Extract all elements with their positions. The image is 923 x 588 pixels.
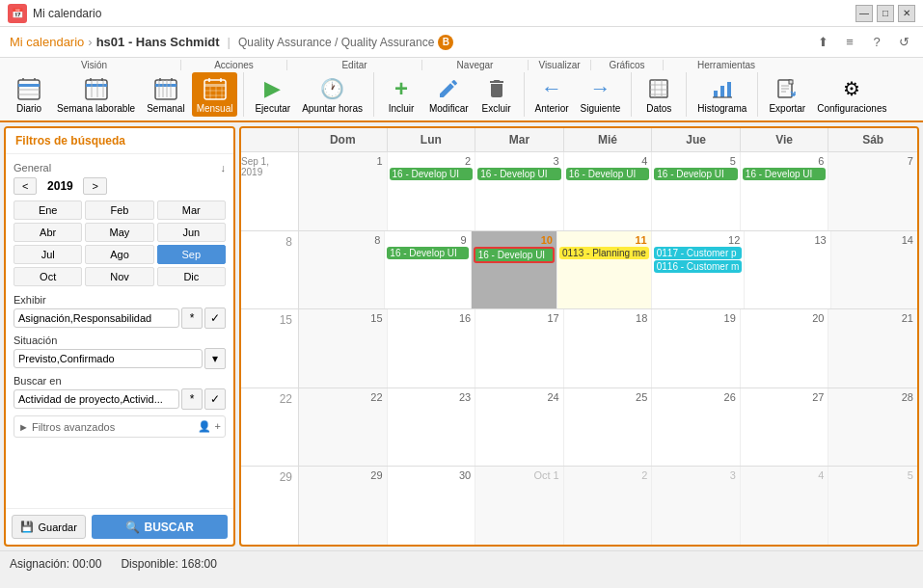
cal-day-sep12[interactable]: 12 0117 - Customer p 0116 - Customer m xyxy=(652,231,746,309)
cal-day-sep21[interactable]: 21 xyxy=(828,309,917,388)
exhibir-check-btn[interactable]: ✓ xyxy=(204,307,226,329)
cal-day-sep25[interactable]: 25 xyxy=(564,388,653,467)
month-sep[interactable]: Sep xyxy=(157,245,226,264)
event-sep10-1[interactable]: 16 - Develop UI xyxy=(474,247,555,263)
cal-day-sep20[interactable]: 20 xyxy=(741,309,829,388)
cal-day-sep24[interactable]: 24 xyxy=(475,388,564,467)
ribbon-btn-exportar[interactable]: Exportar xyxy=(764,72,810,117)
win-minimize-btn[interactable]: — xyxy=(855,5,873,22)
download-icon[interactable]: ↓ xyxy=(221,162,227,174)
ribbon-btn-semana-lab[interactable]: Semana laborable xyxy=(52,72,140,117)
cal-day-sep17[interactable]: 17 xyxy=(475,309,564,388)
win-maximize-btn[interactable]: □ xyxy=(877,5,894,22)
cal-day-oct2[interactable]: 2 xyxy=(564,467,653,545)
ribbon-btn-incluir[interactable]: + Incluir xyxy=(380,72,422,117)
ribbon-btn-modificar[interactable]: Modificar xyxy=(424,72,474,117)
collapse-icon[interactable]: ⬆ xyxy=(813,33,832,52)
help-icon[interactable]: ? xyxy=(867,33,886,52)
search-button[interactable]: 🔍 BUSCAR xyxy=(92,515,228,539)
event-sep11-1[interactable]: 0113 - Planning me xyxy=(559,247,649,259)
situacion-select[interactable]: Previsto,Confirmado xyxy=(14,349,203,368)
cal-day-sep1[interactable]: 1 xyxy=(299,152,388,230)
list-icon[interactable]: ≡ xyxy=(840,33,859,52)
month-jun[interactable]: Jun xyxy=(157,223,226,242)
cal-day-sep13[interactable]: 13 xyxy=(745,231,830,309)
event-sep12-1[interactable]: 0117 - Customer p xyxy=(654,247,743,259)
cal-day-sep18[interactable]: 18 xyxy=(564,309,653,388)
ribbon-btn-mensual[interactable]: Mensual xyxy=(192,72,238,117)
window-controls[interactable]: — □ ✕ xyxy=(855,5,915,22)
month-oct[interactable]: Oct xyxy=(14,267,82,286)
cal-day-sep10[interactable]: 10 16 - Develop UI xyxy=(472,231,557,309)
cal-day-sep30[interactable]: 30 xyxy=(388,467,476,545)
ribbon-btn-diario[interactable]: Diario xyxy=(8,72,50,117)
event-sep2-1[interactable]: 16 - Develop UI xyxy=(390,168,474,180)
prev-year-btn[interactable]: < xyxy=(14,177,37,195)
cal-day-sep5[interactable]: 5 16 - Develop UI xyxy=(652,152,741,230)
event-sep3-1[interactable]: 16 - Develop UI xyxy=(477,168,561,180)
cal-day-oct1[interactable]: Oct 1 xyxy=(475,467,564,545)
calendar-header: Dom Lun Mar Mié Jue Vie Sáb xyxy=(241,128,917,152)
buscar-en-check-btn[interactable]: ✓ xyxy=(204,388,226,410)
month-ene[interactable]: Ene xyxy=(14,200,82,220)
cal-day-oct4[interactable]: 4 xyxy=(741,467,829,545)
event-sep12-2[interactable]: 0116 - Customer m xyxy=(654,260,743,273)
ribbon-btn-configuraciones[interactable]: ⚙ Configuraciones xyxy=(812,72,891,117)
cal-day-sep22[interactable]: 22 xyxy=(299,388,388,467)
event-sep6-1[interactable]: 16 - Develop UI xyxy=(743,168,827,180)
month-dic[interactable]: Dic xyxy=(157,267,226,286)
ribbon-btn-semanal[interactable]: Semanal xyxy=(142,72,189,117)
ribbon-btn-datos[interactable]: Datos xyxy=(638,72,680,117)
cal-day-sep2[interactable]: 2 16 - Develop UI xyxy=(388,152,476,230)
cal-day-sep9[interactable]: 9 16 - Develop UI xyxy=(385,231,471,309)
ribbon-btn-histograma[interactable]: Histograma xyxy=(692,72,751,117)
cal-day-sep26[interactable]: 26 xyxy=(652,388,741,467)
exhibir-select[interactable]: Asignación,Responsabilidad xyxy=(14,308,179,328)
month-abr[interactable]: Abr xyxy=(14,223,82,242)
cal-day-sep3[interactable]: 3 16 - Develop UI xyxy=(475,152,564,230)
buscar-en-select[interactable]: Actividad de proyecto,Activid... xyxy=(14,389,179,409)
buscar-en-asterisk-btn[interactable]: * xyxy=(181,388,203,410)
cal-day-sep14[interactable]: 14 xyxy=(831,231,917,309)
situacion-chevron-btn[interactable]: ▾ xyxy=(204,348,226,369)
cal-day-sep16[interactable]: 16 xyxy=(388,309,476,388)
advanced-filter-person-icon[interactable]: 👤 xyxy=(198,420,211,433)
month-ago[interactable]: Ago xyxy=(85,245,153,264)
refresh-icon[interactable]: ↺ xyxy=(894,33,913,52)
cal-day-sep15[interactable]: 15 xyxy=(299,309,388,388)
advanced-filters[interactable]: ► Filtros avanzados 👤 + xyxy=(14,415,226,438)
exhibir-asterisk-btn[interactable]: * xyxy=(181,307,203,329)
month-jul[interactable]: Jul xyxy=(14,245,82,264)
breadcrumb: Mi calendario › hs01 - Hans Schmidt xyxy=(10,35,220,49)
month-mar[interactable]: Mar xyxy=(157,200,226,220)
cal-day-sep19[interactable]: 19 xyxy=(652,309,741,388)
month-nov[interactable]: Nov xyxy=(85,267,153,286)
event-sep5-1[interactable]: 16 - Develop UI xyxy=(654,168,738,180)
cal-day-sep27[interactable]: 27 xyxy=(741,388,829,467)
ribbon-btn-apuntar[interactable]: 🕐 Apuntar horas xyxy=(297,72,367,117)
cal-day-sep7[interactable]: 7 xyxy=(828,152,917,230)
ribbon-btn-siguiente[interactable]: → Siguiente xyxy=(576,72,626,117)
cal-day-oct5[interactable]: 5 xyxy=(828,467,917,545)
month-feb[interactable]: Feb xyxy=(85,200,153,220)
advanced-filter-add-icon[interactable]: + xyxy=(215,420,221,433)
save-button[interactable]: 💾 Guardar xyxy=(12,515,86,539)
win-close-btn[interactable]: ✕ xyxy=(898,5,915,22)
ribbon-btn-ejecutar[interactable]: ▶ Ejecutar xyxy=(250,72,295,117)
event-sep9-1[interactable]: 16 - Develop UI xyxy=(387,247,468,259)
cal-day-sep29[interactable]: 29 xyxy=(299,467,388,545)
cal-day-sep8[interactable]: 8 xyxy=(299,231,385,309)
svg-rect-7 xyxy=(86,84,107,87)
breadcrumb-parent[interactable]: Mi calendario xyxy=(10,35,84,49)
cal-day-sep4[interactable]: 4 16 - Develop UI xyxy=(564,152,653,230)
ribbon-btn-excluir[interactable]: Excluir xyxy=(475,72,518,117)
ribbon-btn-anterior[interactable]: ← Anterior xyxy=(530,72,574,117)
cal-day-sep11[interactable]: 11 0113 - Planning me xyxy=(557,231,652,309)
month-may[interactable]: May xyxy=(85,223,153,242)
cal-day-sep6[interactable]: 6 16 - Develop UI xyxy=(741,152,829,230)
cal-day-oct3[interactable]: 3 xyxy=(652,467,741,545)
cal-day-sep28[interactable]: 28 xyxy=(828,388,917,467)
cal-day-sep23[interactable]: 23 xyxy=(388,388,476,467)
next-year-btn[interactable]: > xyxy=(83,177,106,195)
event-sep4-1[interactable]: 16 - Develop UI xyxy=(566,168,650,180)
